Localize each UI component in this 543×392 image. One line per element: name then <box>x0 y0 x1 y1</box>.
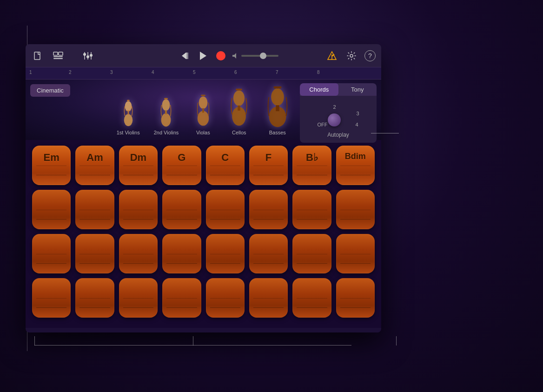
svg-point-33 <box>198 111 209 126</box>
svg-point-21 <box>125 101 132 111</box>
tab-tony[interactable]: Tony <box>338 83 377 96</box>
bracket-center-line <box>193 336 193 345</box>
bracket-line-left-vertical <box>34 336 35 345</box>
volume-icon <box>232 53 238 59</box>
cinematic-button[interactable]: Cinematic <box>30 84 70 97</box>
svg-point-22 <box>124 114 132 126</box>
svg-rect-41 <box>236 89 242 91</box>
chord-row-4 <box>32 278 375 318</box>
chord-pad-empty-2-6[interactable] <box>249 190 288 229</box>
ruler-mark-4: 4 <box>152 70 154 75</box>
ruler-mark-6: 6 <box>234 70 237 75</box>
chord-pad-dm[interactable]: Dm <box>119 146 158 185</box>
dial-label-off: OFF <box>318 122 328 127</box>
chord-pad-f[interactable]: F <box>249 146 288 185</box>
chord-pad-empty-4-6[interactable] <box>249 278 288 318</box>
chord-row-1: Em Am Dm G C F B♭ Bdim <box>32 146 375 185</box>
svg-rect-4 <box>53 58 63 59</box>
chord-pad-empty-2-2[interactable] <box>75 190 114 229</box>
autoplay-knob[interactable] <box>328 113 341 126</box>
chord-pad-empty-3-3[interactable] <box>119 234 158 273</box>
chord-pad-bdim[interactable]: Bdim <box>336 146 375 185</box>
chord-pad-empty-4-3[interactable] <box>119 278 158 318</box>
chord-pad-am[interactable]: Am <box>75 146 114 185</box>
mixer-icon[interactable] <box>81 49 94 62</box>
instrument-violas[interactable]: Violas <box>192 93 213 135</box>
ruler-mark-2: 2 <box>69 70 72 75</box>
svg-point-28 <box>161 113 171 126</box>
chord-pad-em[interactable]: Em <box>32 146 71 185</box>
record-button[interactable] <box>215 50 226 61</box>
tab-chords[interactable]: Chords <box>300 83 338 96</box>
violin-image-2 <box>156 95 177 128</box>
svg-point-15 <box>216 51 225 60</box>
autoplay-dial-container: 2 3 4 OFF <box>318 100 359 131</box>
svg-rect-0 <box>34 52 40 60</box>
tracks-view-icon[interactable] <box>52 49 65 62</box>
play-button[interactable] <box>198 50 209 61</box>
chord-pad-empty-3-4[interactable] <box>162 234 201 273</box>
autoplay-label: Autoplay <box>327 132 349 138</box>
chord-pad-empty-4-1[interactable] <box>32 278 71 318</box>
chord-pad-empty-4-7[interactable] <box>292 278 331 318</box>
svg-rect-39 <box>238 106 241 111</box>
chord-pad-empty-2-3[interactable] <box>119 190 158 229</box>
instrument-basses[interactable]: Basses <box>265 86 290 135</box>
metronome-icon[interactable] <box>325 49 338 62</box>
chord-pad-c[interactable]: C <box>206 146 245 185</box>
settings-icon[interactable] <box>345 49 358 62</box>
instrument-1st-violins[interactable]: 1st Violins <box>117 95 140 135</box>
ruler-mark-1: 1 <box>29 70 32 75</box>
chord-pad-empty-3-1[interactable] <box>32 234 71 273</box>
svg-marker-14 <box>200 52 206 60</box>
svg-rect-1 <box>53 52 58 55</box>
chord-pad-empty-3-5[interactable] <box>206 234 245 273</box>
chord-pad-bb[interactable]: B♭ <box>292 146 331 185</box>
svg-point-37 <box>233 90 245 106</box>
chord-pad-empty-2-8[interactable] <box>336 190 375 229</box>
ruler-mark-8: 8 <box>317 70 320 75</box>
chord-pad-empty-2-5[interactable] <box>206 190 245 229</box>
svg-rect-44 <box>276 105 279 111</box>
timeline-ruler: 1 2 3 4 5 6 7 8 <box>26 67 381 80</box>
ruler-mark-5: 5 <box>193 70 196 75</box>
ruler-mark-7: 7 <box>276 70 278 75</box>
svg-marker-11 <box>182 53 186 59</box>
chord-pad-empty-4-4[interactable] <box>162 278 201 318</box>
instrument-2nd-violins[interactable]: 2nd Violins <box>154 95 179 135</box>
side-panel: Chords Tony 2 3 4 OFF Autoplay <box>300 83 377 143</box>
chord-pads-section: Em Am Dm G C F B♭ Bdim <box>26 140 381 328</box>
ruler-mark-3: 3 <box>110 70 113 75</box>
instrument-cellos[interactable]: Cellos <box>227 88 251 135</box>
chord-pad-empty-3-6[interactable] <box>249 234 288 273</box>
svg-point-9 <box>86 55 89 58</box>
new-file-icon[interactable] <box>31 49 44 62</box>
svg-point-8 <box>83 53 86 56</box>
volume-slider[interactable] <box>241 55 278 57</box>
autoplay-section: 2 3 4 OFF Autoplay <box>300 96 377 143</box>
chord-pad-empty-4-5[interactable] <box>206 278 245 318</box>
toolbar: ? <box>26 44 381 67</box>
chord-pad-empty-4-2[interactable] <box>75 278 114 318</box>
help-icon[interactable]: ? <box>364 50 376 61</box>
svg-rect-46 <box>274 86 282 89</box>
chord-pad-empty-3-8[interactable] <box>336 234 375 273</box>
svg-point-20 <box>350 54 353 57</box>
viola-image <box>192 93 213 128</box>
chord-pad-g[interactable]: G <box>162 146 201 185</box>
right-toolbar: ? <box>325 49 376 62</box>
svg-point-27 <box>162 100 170 111</box>
chord-pad-empty-2-1[interactable] <box>32 190 71 229</box>
svg-rect-25 <box>127 100 130 101</box>
chord-pad-empty-4-8[interactable] <box>336 278 375 318</box>
cello-image <box>227 88 251 128</box>
chord-pad-empty-2-4[interactable] <box>162 190 201 229</box>
chord-pad-empty-3-7[interactable] <box>292 234 331 273</box>
instrument-label-2: 2nd Violins <box>154 130 179 135</box>
chord-pad-empty-3-2[interactable] <box>75 234 114 273</box>
tab-bar: Chords Tony <box>300 83 377 96</box>
rewind-button[interactable] <box>181 51 191 61</box>
chord-pad-empty-2-7[interactable] <box>292 190 331 229</box>
transport-controls <box>181 50 226 61</box>
svg-point-10 <box>90 54 93 57</box>
